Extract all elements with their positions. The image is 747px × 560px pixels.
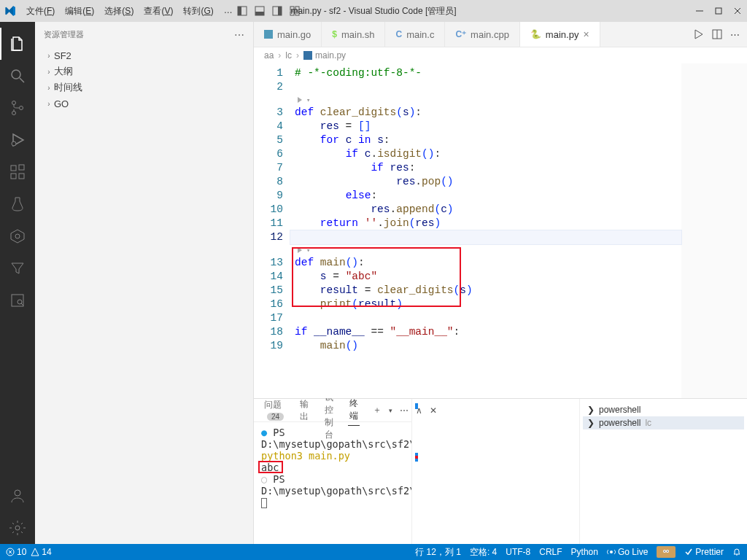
explorer-icon[interactable]	[0, 28, 35, 60]
extensions-icon[interactable]	[0, 156, 35, 188]
editor-tab[interactable]: 🐍main.py×	[520, 22, 600, 47]
editor-tab[interactable]: main.go	[254, 22, 322, 47]
highlight-box-output	[258, 461, 283, 473]
svg-rect-1	[238, 7, 241, 15]
menu-item[interactable]: 转到(G)	[179, 4, 217, 19]
code-line[interactable]: def clear_digits(s):	[290, 106, 681, 120]
status-language[interactable]: Python	[571, 547, 598, 557]
svg-point-37	[610, 551, 613, 553]
editor-tab[interactable]: Cmain.c	[385, 22, 445, 47]
maximize-icon[interactable]	[713, 6, 724, 16]
terminal-content[interactable]: ● PS D:\mysetup\gopath\src\sf2\aa\lc> py…	[254, 422, 411, 544]
editor-tab[interactable]: C⁺main.cpp	[445, 22, 519, 47]
minimap[interactable]	[681, 63, 747, 398]
editor-more-icon[interactable]: ⋯	[730, 29, 740, 40]
filter-icon[interactable]	[0, 252, 35, 284]
svg-rect-23	[19, 165, 24, 170]
panel-tab-output[interactable]: 输出	[298, 395, 310, 426]
svg-rect-33	[303, 51, 312, 60]
terminal-list-item[interactable]: ❯powershell	[583, 403, 744, 416]
status-position[interactable]: 行 12，列 1	[415, 546, 461, 559]
code-line[interactable]: if c.isdigit():	[290, 147, 681, 161]
sidebar-tree-item[interactable]: › 时间线	[39, 79, 249, 96]
explorer-sidebar: 资源管理器 ⋯ › SF2› 大纲› 时间线› GO	[35, 22, 254, 544]
activity-bar	[0, 22, 35, 544]
vscode-icon	[4, 5, 16, 17]
layout-toggle-icon[interactable]	[237, 6, 247, 16]
codelens[interactable]: ▾	[290, 94, 681, 106]
svg-point-29	[15, 526, 20, 530]
svg-point-17	[12, 112, 16, 115]
breadcrumb[interactable]: aa› lc› main.py	[254, 47, 747, 63]
status-eol[interactable]: CRLF	[539, 547, 562, 557]
svg-rect-30	[264, 30, 273, 39]
menu-item[interactable]: …	[220, 4, 237, 19]
status-prettier[interactable]: Prettier	[684, 547, 724, 557]
editor-tab[interactable]: $main.sh	[322, 22, 385, 47]
status-warnings[interactable]: 14	[31, 547, 51, 557]
code-editor[interactable]: 12345678910111213141516171819 # -*-codin…	[254, 63, 747, 398]
tab-label: main.go	[277, 29, 311, 40]
sidebar-tree-item[interactable]: › SF2	[39, 47, 249, 63]
status-bar: 10 14 行 12，列 1 空格: 4 UTF-8 CRLF Python G…	[0, 544, 747, 560]
panel-tab-problems[interactable]: 问题 24	[263, 396, 285, 424]
status-gopher-icon[interactable]	[657, 546, 676, 558]
layout-panel-icon[interactable]	[255, 6, 265, 16]
code-line[interactable]: if res:	[290, 161, 681, 175]
panel-tab-terminal[interactable]: 终端	[348, 394, 360, 426]
code-line[interactable]: for c in s:	[290, 133, 681, 147]
code-line[interactable]: res.append(c)	[290, 203, 681, 217]
preview-icon[interactable]	[0, 284, 35, 316]
status-errors[interactable]: 10	[6, 547, 26, 557]
testing-icon[interactable]	[0, 188, 35, 220]
status-spaces[interactable]: 空格: 4	[470, 546, 497, 559]
terminal-dropdown-icon[interactable]: ▾	[389, 407, 392, 414]
tab-close-icon[interactable]: ×	[583, 28, 589, 40]
editor-tabs: main.go$main.shCmain.cC⁺main.cpp🐍main.py…	[254, 22, 747, 47]
status-encoding[interactable]: UTF-8	[506, 547, 530, 557]
code-line[interactable]: res = []	[290, 120, 681, 133]
code-line[interactable]: else:	[290, 189, 681, 203]
layout-sidebar-right-icon[interactable]	[272, 6, 282, 16]
code-line[interactable]: return ''.join(res)	[290, 217, 681, 230]
highlight-box-main-func	[292, 247, 461, 307]
code-line[interactable]	[290, 230, 681, 244]
breadcrumb-segment[interactable]: aa	[264, 50, 274, 61]
svg-point-16	[12, 101, 16, 105]
menu-item[interactable]: 编辑(E)	[61, 4, 98, 19]
panel-more-icon[interactable]: ⋯	[400, 405, 409, 416]
split-editor-icon[interactable]	[711, 28, 723, 40]
code-line[interactable]: # -*-coding:utf-8-*-	[290, 66, 681, 80]
code-line[interactable]: if __name__ == "__main__":	[290, 325, 681, 339]
breadcrumb-segment[interactable]: main.py	[315, 50, 346, 61]
menu-item[interactable]: 文件(F)	[22, 4, 59, 19]
run-icon[interactable]	[692, 28, 704, 40]
file-type-icon: C⁺	[455, 29, 466, 39]
new-terminal-icon[interactable]: ＋	[373, 404, 382, 416]
close-icon[interactable]	[732, 6, 743, 16]
accounts-icon[interactable]	[0, 480, 35, 512]
status-golive[interactable]: Go Live	[607, 547, 648, 557]
menu-item[interactable]: 选择(S)	[100, 4, 138, 19]
breadcrumb-segment[interactable]: lc	[285, 50, 292, 61]
menu-item[interactable]: 查看(V)	[139, 4, 177, 19]
terminal-list-item[interactable]: ❯powershell lc	[583, 416, 744, 429]
status-notifications-icon[interactable]	[732, 548, 741, 556]
search-icon[interactable]	[0, 60, 35, 92]
file-type-icon: $	[332, 29, 337, 39]
explorer-more-icon[interactable]: ⋯	[234, 29, 244, 41]
tab-label: main.cpp	[471, 29, 509, 40]
file-type-icon: C	[395, 29, 402, 39]
source-control-icon[interactable]	[0, 92, 35, 124]
sidebar-tree-item[interactable]: › 大纲	[39, 63, 249, 79]
settings-gear-icon[interactable]	[0, 512, 35, 544]
code-line[interactable]: res.pop()	[290, 175, 681, 189]
code-line[interactable]: main()	[290, 339, 681, 353]
minimize-icon[interactable]	[694, 6, 705, 16]
tabnine-icon[interactable]	[0, 220, 35, 252]
run-debug-icon[interactable]	[0, 124, 35, 156]
code-line[interactable]	[290, 311, 681, 325]
sidebar-tree-item[interactable]: › GO	[39, 96, 249, 112]
code-line[interactable]	[290, 80, 681, 94]
svg-point-41	[667, 551, 669, 552]
